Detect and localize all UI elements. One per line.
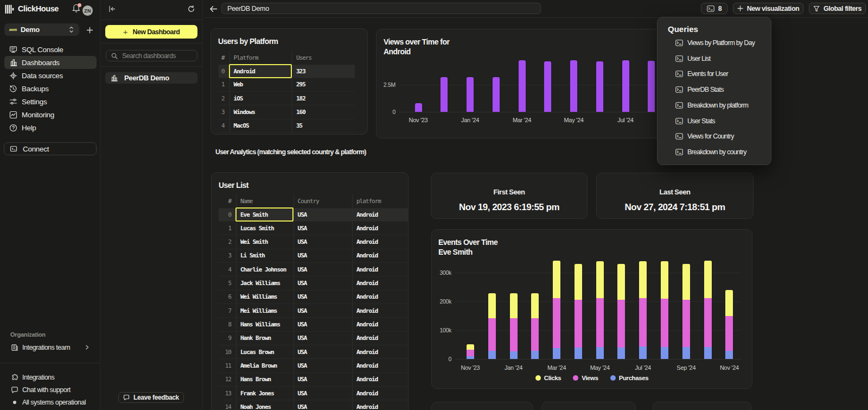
- legend-item-views[interactable]: Views: [573, 375, 598, 381]
- table-cell[interactable]: 323: [292, 65, 355, 78]
- table-cell[interactable]: USA: [293, 209, 352, 221]
- table-cell[interactable]: USA: [293, 373, 352, 386]
- table-cell[interactable]: USA: [293, 263, 352, 276]
- sidebar-item-help[interactable]: Help: [4, 121, 97, 134]
- org-select[interactable]: aws Demo: [4, 23, 79, 36]
- query-menu-item-views-by-platform-by-day[interactable]: Views by Platform by Day: [662, 35, 768, 51]
- search-dashboards-input[interactable]: Search dashboards: [106, 50, 197, 61]
- table-cell[interactable]: Mei Williams: [236, 304, 293, 317]
- query-menu-item-user-stats[interactable]: User Stats: [662, 113, 768, 129]
- table-cell[interactable]: Android: [352, 387, 409, 400]
- table-cell[interactable]: USA: [293, 359, 352, 372]
- table-cell[interactable]: MacOS: [229, 119, 292, 133]
- sidebar-item-chat-with-support[interactable]: Chat with support: [4, 383, 100, 396]
- table-cell[interactable]: Android: [352, 400, 409, 410]
- table-cell[interactable]: Android: [352, 304, 409, 317]
- table-cell[interactable]: Android: [229, 65, 292, 78]
- column-header-country[interactable]: Country: [293, 194, 352, 208]
- table-cell[interactable]: USA: [293, 291, 352, 304]
- sidebar-item-dashboards[interactable]: Dashboards: [4, 56, 97, 69]
- new-visualization-button[interactable]: New visualization: [733, 3, 803, 14]
- table-cell[interactable]: Android: [352, 318, 409, 331]
- notifications-bell-icon[interactable]: [72, 3, 82, 14]
- table-cell[interactable]: Lucas Smith: [236, 222, 293, 235]
- global-filters-button[interactable]: Global filters: [809, 3, 866, 14]
- query-menu-item-views-for-country[interactable]: Views for Country: [662, 129, 768, 144]
- back-button[interactable]: [208, 3, 218, 14]
- table-cell[interactable]: Wei Williams: [236, 291, 293, 304]
- sidebar-item-data-sources[interactable]: Data sources: [4, 69, 97, 82]
- table-cell[interactable]: USA: [293, 400, 352, 410]
- table-cell[interactable]: Wei Smith: [236, 235, 293, 248]
- dashboard-list-item[interactable]: PeerDB Demo: [105, 72, 197, 84]
- table-cell[interactable]: Android: [352, 209, 409, 221]
- table-cell[interactable]: Charlie Johnson: [236, 263, 293, 276]
- table-cell[interactable]: USA: [293, 235, 352, 248]
- table-cell[interactable]: Lucas Brown: [236, 345, 293, 358]
- table-cell[interactable]: Hans Brown: [236, 373, 293, 386]
- connect-button[interactable]: Connect: [4, 142, 97, 155]
- table-cell[interactable]: Jack Williams: [236, 276, 293, 289]
- table-cell[interactable]: 160: [292, 105, 355, 118]
- table-cell[interactable]: Android: [352, 222, 409, 235]
- table-cell[interactable]: Amelia Brown: [236, 359, 293, 372]
- refresh-icon[interactable]: [187, 5, 195, 13]
- table-cell[interactable]: USA: [293, 332, 352, 345]
- add-service-button[interactable]: [84, 24, 95, 35]
- table-cell[interactable]: Android: [352, 263, 409, 276]
- table-cell[interactable]: Android: [352, 249, 409, 262]
- column-header-users[interactable]: Users: [292, 51, 355, 65]
- table-cell[interactable]: USA: [293, 345, 352, 358]
- legend-item-purchases[interactable]: Purchases: [610, 375, 649, 381]
- table-cell[interactable]: Li Smith: [236, 249, 293, 262]
- table-cell[interactable]: Android: [352, 235, 409, 248]
- query-menu-item-breakdown-by-country[interactable]: Breakdown by country: [662, 144, 768, 160]
- table-cell[interactable]: USA: [293, 304, 352, 317]
- query-menu-item-user-list[interactable]: User List: [662, 51, 768, 66]
- dashboard-title-input[interactable]: PeerDB Demo: [221, 3, 541, 14]
- column-header-name[interactable]: Name: [236, 194, 293, 208]
- table-cell[interactable]: USA: [293, 318, 352, 331]
- sidebar-item-settings[interactable]: Settings: [4, 95, 97, 108]
- queries-button[interactable]: 8: [701, 3, 727, 14]
- table-cell[interactable]: USA: [293, 276, 352, 289]
- table-cell[interactable]: 182: [292, 92, 355, 105]
- column-header-[interactable]: #: [219, 51, 229, 65]
- column-header-platform[interactable]: Platform: [229, 51, 292, 65]
- query-menu-item-breakdown-by-platform[interactable]: Breakdown by platform: [662, 98, 768, 113]
- table-cell[interactable]: USA: [293, 249, 352, 262]
- table-cell[interactable]: Android: [352, 332, 409, 345]
- table-cell[interactable]: USA: [293, 387, 352, 400]
- table-cell[interactable]: 35: [292, 119, 355, 133]
- table-cell[interactable]: Android: [352, 345, 409, 358]
- sidebar-item-sql-console[interactable]: SQL Console: [4, 43, 97, 56]
- table-cell[interactable]: Web: [229, 78, 292, 91]
- leave-feedback-button[interactable]: Leave feedback: [118, 392, 184, 403]
- new-dashboard-button[interactable]: + New Dashboard: [105, 25, 197, 39]
- sidebar-item-integrations-team[interactable]: Integrations team: [4, 341, 96, 354]
- column-header-platform[interactable]: platform: [352, 194, 409, 208]
- table-cell[interactable]: Noah Jones: [236, 400, 293, 410]
- table-cell[interactable]: Eve Smith: [236, 209, 293, 221]
- table-cell[interactable]: USA: [293, 222, 352, 235]
- table-cell[interactable]: Hank Brown: [236, 332, 293, 345]
- table-cell[interactable]: Frank Jones: [236, 387, 293, 400]
- sidebar-item-monitoring[interactable]: Monitoring: [4, 108, 97, 121]
- query-menu-item-events-for-user[interactable]: Events for User: [662, 66, 768, 81]
- query-menu-item-peerdb-stats[interactable]: PeerDB Stats: [662, 82, 768, 97]
- table-cell[interactable]: Hans Williams: [236, 318, 293, 331]
- legend-item-clicks[interactable]: Clicks: [535, 375, 561, 381]
- table-cell[interactable]: iOS: [229, 92, 292, 105]
- sidebar-item-backups[interactable]: Backups: [4, 82, 97, 95]
- sidebar-item-integrations[interactable]: Integrations: [4, 371, 100, 383]
- table-cell[interactable]: Android: [352, 359, 409, 372]
- table-cell[interactable]: Android: [352, 276, 409, 289]
- table-cell[interactable]: Android: [352, 291, 409, 304]
- table-cell[interactable]: Android: [352, 373, 409, 386]
- sidebar-item-all-systems-operational[interactable]: All systems operational: [4, 396, 100, 408]
- collapse-panel-icon[interactable]: [108, 5, 116, 13]
- table-cell[interactable]: 295: [292, 78, 355, 91]
- avatar[interactable]: ZN: [82, 5, 93, 16]
- table-cell[interactable]: Windows: [229, 105, 292, 118]
- column-header-[interactable]: #: [219, 194, 236, 208]
